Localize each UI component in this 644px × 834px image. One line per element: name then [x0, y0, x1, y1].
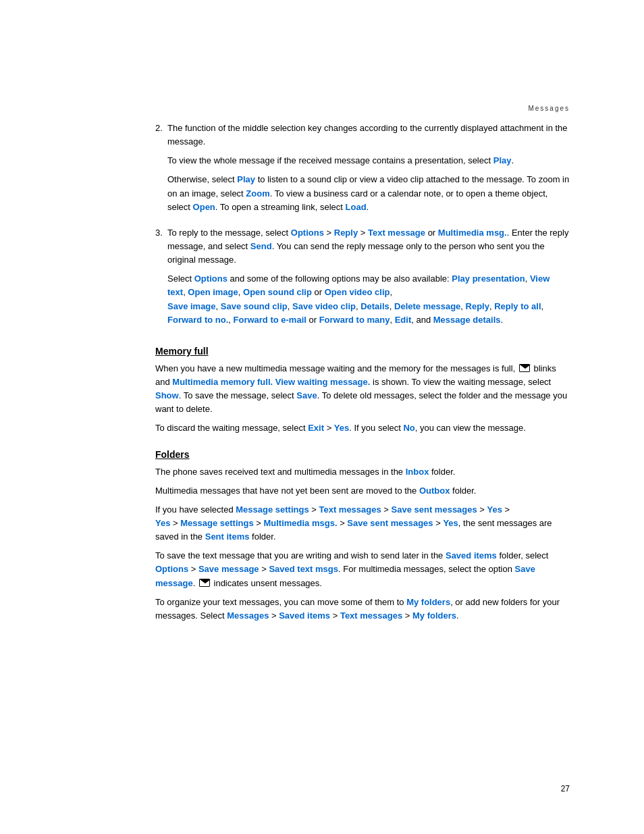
- folders-p5: To organize your text messages, you can …: [155, 596, 570, 623]
- text-message-link[interactable]: Text message: [368, 228, 425, 238]
- play-presentation-link[interactable]: Play presentation: [452, 273, 525, 284]
- open-video-link[interactable]: Open video clip: [325, 287, 390, 297]
- list-num-2: 2.: [155, 122, 167, 219]
- save-video-link[interactable]: Save video clip: [292, 301, 356, 311]
- item2-p2: Otherwise, select Play to listen to a so…: [167, 173, 570, 213]
- inbox-link[interactable]: Inbox: [406, 467, 429, 477]
- save-sent-link-2[interactable]: Save sent messages: [347, 518, 433, 528]
- instructions-list: 2. The function of the middle selection …: [155, 122, 570, 332]
- memory-full-p1: When you have a new multimedia message w…: [155, 362, 570, 417]
- section-header: Messages: [528, 105, 570, 112]
- forward-many-link[interactable]: Forward to many: [319, 315, 390, 325]
- page: Messages 2. The function of the middle s…: [0, 0, 644, 834]
- text-msgs-link[interactable]: Text messages: [319, 504, 381, 515]
- save-sound-link[interactable]: Save sound clip: [221, 301, 288, 311]
- yes-link-mem[interactable]: Yes: [334, 423, 349, 433]
- list-body-3: To reply to the message, select Options …: [167, 226, 570, 332]
- my-folders-link-2[interactable]: My folders: [412, 610, 456, 621]
- outbox-link[interactable]: Outbox: [419, 486, 450, 496]
- my-folders-link-1[interactable]: My folders: [406, 597, 450, 607]
- options-link-3[interactable]: Options: [155, 564, 188, 574]
- save-sent-link-1[interactable]: Save sent messages: [392, 504, 477, 515]
- msg-settings-link-2[interactable]: Message settings: [180, 518, 253, 528]
- main-content: 2. The function of the middle selection …: [155, 122, 570, 623]
- folders-p3: If you have selected Message settings > …: [155, 503, 570, 544]
- send-link[interactable]: Send: [250, 241, 272, 251]
- edit-link[interactable]: Edit: [395, 315, 412, 325]
- exit-link[interactable]: Exit: [308, 423, 324, 433]
- sent-items-link[interactable]: Sent items: [205, 531, 250, 542]
- list-body-2: The function of the middle selection key…: [167, 122, 570, 219]
- folders-section: Folders The phone saves received text an…: [155, 449, 570, 623]
- list-item-2: 2. The function of the middle selection …: [155, 122, 570, 219]
- reply-link-2[interactable]: Reply: [466, 301, 489, 311]
- item3-p2: Select Options and some of the following…: [167, 272, 570, 327]
- section-title: Messages: [528, 105, 570, 112]
- no-link-mem[interactable]: No: [403, 423, 414, 433]
- save-image-link[interactable]: Save image: [167, 301, 216, 311]
- folders-p4: To save the text message that you are wr…: [155, 549, 570, 590]
- mm-msgs-link[interactable]: Multimedia msgs.: [263, 518, 337, 528]
- reply-all-link[interactable]: Reply to all: [494, 301, 541, 311]
- multimedia-memory-full-link[interactable]: Multimedia memory full. View waiting mes…: [172, 377, 370, 387]
- item2-intro: The function of the middle selection key…: [167, 122, 570, 149]
- reply-link-1[interactable]: Reply: [334, 228, 358, 238]
- folders-p2: Multimedia messages that have not yet be…: [155, 484, 570, 498]
- text-messages-link[interactable]: Text messages: [340, 610, 402, 621]
- delete-message-link[interactable]: Delete message: [394, 301, 460, 311]
- options-link-2[interactable]: Options: [194, 273, 227, 284]
- folders-title: Folders: [155, 449, 570, 460]
- envelope-icon-2: [199, 579, 210, 587]
- options-link-1[interactable]: Options: [291, 228, 324, 238]
- memory-full-title: Memory full: [155, 346, 570, 357]
- save-message-link-1[interactable]: Save message: [198, 564, 259, 574]
- saved-items-link-1[interactable]: Saved items: [446, 550, 497, 561]
- open-sound-link[interactable]: Open sound clip: [243, 287, 312, 297]
- item2-p1: To view the whole message if the receive…: [167, 154, 570, 167]
- messages-link[interactable]: Messages: [227, 610, 269, 621]
- forward-no-link[interactable]: Forward to no.: [167, 315, 228, 325]
- memory-full-section: Memory full When you have a new multimed…: [155, 346, 570, 436]
- save-link-mem[interactable]: Save: [296, 390, 317, 400]
- play-link-1[interactable]: Play: [493, 155, 512, 165]
- msg-settings-link-1[interactable]: Message settings: [236, 504, 308, 515]
- list-item-3: 3. To reply to the message, select Optio…: [155, 226, 570, 332]
- yes-link-3[interactable]: Yes: [443, 518, 458, 528]
- saved-text-msgs-link[interactable]: Saved text msgs: [269, 564, 338, 574]
- message-details-link[interactable]: Message details: [433, 315, 501, 325]
- memory-full-p2: To discard the waiting message, select E…: [155, 421, 570, 435]
- envelope-icon-1: [519, 364, 530, 372]
- saved-items-link-2[interactable]: Saved items: [279, 610, 330, 621]
- play-link-2[interactable]: Play: [237, 174, 255, 184]
- forward-email-link[interactable]: Forward to e-mail: [234, 315, 306, 325]
- open-link[interactable]: Open: [193, 202, 215, 212]
- details-link[interactable]: Details: [360, 301, 390, 311]
- yes-link-1[interactable]: Yes: [487, 504, 502, 515]
- page-number: 27: [561, 784, 570, 793]
- multimedia-msg-link[interactable]: Multimedia msg.: [438, 228, 507, 238]
- item3-p1: To reply to the message, select Options …: [167, 226, 570, 267]
- load-link[interactable]: Load: [346, 202, 367, 212]
- folders-p1: The phone saves received text and multim…: [155, 465, 570, 479]
- zoom-link[interactable]: Zoom: [246, 188, 269, 199]
- yes-link-2[interactable]: Yes: [155, 518, 170, 528]
- show-link[interactable]: Show: [155, 390, 179, 400]
- open-image-link[interactable]: Open image: [188, 287, 238, 297]
- list-num-3: 3.: [155, 226, 167, 332]
